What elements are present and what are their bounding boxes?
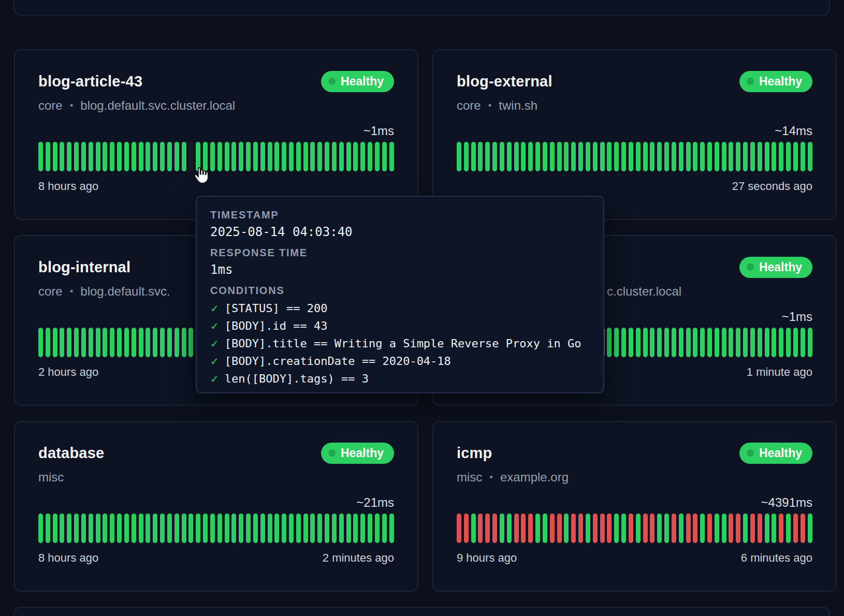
health-bar[interactable]: [117, 514, 122, 543]
health-bar[interactable]: [310, 514, 315, 543]
health-bar[interactable]: [736, 514, 740, 543]
health-bar[interactable]: [679, 142, 683, 171]
health-bar[interactable]: [160, 142, 165, 171]
health-bar[interactable]: [750, 514, 755, 543]
health-bar[interactable]: [303, 514, 308, 543]
health-bar[interactable]: [353, 142, 358, 171]
health-bar[interactable]: [679, 328, 683, 357]
health-bar[interactable]: [145, 328, 150, 357]
health-bar[interactable]: [110, 142, 114, 171]
health-bar[interactable]: [586, 142, 590, 171]
health-bar[interactable]: [360, 142, 365, 171]
health-bar[interactable]: [614, 514, 619, 543]
health-bar[interactable]: [679, 514, 683, 543]
health-bar[interactable]: [715, 514, 719, 543]
health-bar[interactable]: [686, 514, 691, 543]
health-bar[interactable]: [210, 514, 215, 543]
health-bar[interactable]: [375, 514, 380, 543]
health-bar[interactable]: [664, 328, 669, 357]
health-bar[interactable]: [750, 142, 755, 171]
health-bar[interactable]: [586, 514, 590, 543]
health-bar[interactable]: [621, 328, 626, 357]
health-bar[interactable]: [382, 514, 387, 543]
health-bar[interactable]: [196, 514, 200, 543]
health-bar[interactable]: [103, 514, 107, 543]
health-bar[interactable]: [765, 142, 769, 171]
health-bar[interactable]: [260, 514, 265, 543]
health-bar[interactable]: [282, 142, 286, 171]
health-bar[interactable]: [514, 514, 519, 543]
health-bar[interactable]: [779, 142, 783, 171]
health-bar[interactable]: [153, 142, 157, 171]
health-bar[interactable]: [67, 514, 71, 543]
health-bar[interactable]: [521, 142, 526, 171]
endpoint-card[interactable]: databaseHealthymisc~21ms8 hours ago2 min…: [14, 421, 418, 592]
health-bar[interactable]: [808, 142, 812, 171]
health-bar[interactable]: [103, 142, 107, 171]
health-bar[interactable]: [182, 328, 186, 357]
health-bar[interactable]: [60, 514, 64, 543]
health-bar[interactable]: [657, 514, 662, 543]
endpoint-card[interactable]: blog-externalHealthycore•twin.sh~14ms27 …: [432, 49, 837, 220]
health-bar[interactable]: [389, 514, 394, 543]
health-bar[interactable]: [557, 514, 562, 543]
health-bar[interactable]: [89, 514, 93, 543]
health-bar[interactable]: [139, 142, 143, 171]
health-bar[interactable]: [550, 142, 555, 171]
health-bar[interactable]: [353, 514, 358, 543]
health-bar[interactable]: [715, 142, 719, 171]
health-bar[interactable]: [801, 328, 805, 357]
health-bar[interactable]: [492, 514, 497, 543]
health-bar[interactable]: [772, 142, 776, 171]
health-bar[interactable]: [268, 142, 272, 171]
health-bar[interactable]: [743, 328, 748, 357]
health-bar[interactable]: [325, 514, 329, 543]
health-bar[interactable]: [81, 328, 86, 357]
health-bar[interactable]: [686, 328, 691, 357]
health-bar[interactable]: [282, 514, 286, 543]
health-bar[interactable]: [339, 142, 344, 171]
health-bar[interactable]: [600, 142, 605, 171]
health-bar[interactable]: [132, 328, 136, 357]
health-bar[interactable]: [360, 514, 365, 543]
health-bar[interactable]: [382, 142, 387, 171]
health-bar[interactable]: [693, 328, 697, 357]
health-bar[interactable]: [317, 142, 322, 171]
health-bar[interactable]: [289, 142, 294, 171]
health-bar[interactable]: [124, 328, 129, 357]
health-bar[interactable]: [346, 514, 351, 543]
health-bar[interactable]: [786, 328, 791, 357]
health-bar[interactable]: [310, 142, 315, 171]
health-bar[interactable]: [231, 142, 236, 171]
health-bar[interactable]: [167, 328, 172, 357]
health-bar[interactable]: [765, 328, 769, 357]
health-bar[interactable]: [196, 142, 200, 171]
health-bar[interactable]: [89, 328, 93, 357]
health-bar[interactable]: [650, 142, 654, 171]
health-bar[interactable]: [500, 514, 504, 543]
health-bar[interactable]: [60, 142, 64, 171]
health-bar[interactable]: [117, 328, 122, 357]
health-bar[interactable]: [765, 514, 769, 543]
health-bar[interactable]: [743, 142, 748, 171]
health-bar[interactable]: [715, 328, 719, 357]
health-bar[interactable]: [514, 142, 519, 171]
health-bar[interactable]: [46, 142, 50, 171]
health-bar[interactable]: [46, 328, 50, 357]
health-bar[interactable]: [188, 514, 193, 543]
health-bar[interactable]: [607, 514, 612, 543]
health-bar[interactable]: [571, 514, 576, 543]
health-bar[interactable]: [188, 328, 193, 357]
health-bar[interactable]: [557, 142, 562, 171]
health-bar[interactable]: [160, 328, 165, 357]
health-bar[interactable]: [253, 514, 258, 543]
health-bar[interactable]: [174, 328, 179, 357]
health-bar[interactable]: [182, 514, 186, 543]
health-bar[interactable]: [593, 142, 598, 171]
health-bar[interactable]: [217, 142, 222, 171]
health-bar[interactable]: [550, 514, 555, 543]
health-bar[interactable]: [96, 514, 100, 543]
health-bar[interactable]: [772, 514, 776, 543]
health-bar[interactable]: [650, 514, 654, 543]
health-bar[interactable]: [110, 328, 114, 357]
